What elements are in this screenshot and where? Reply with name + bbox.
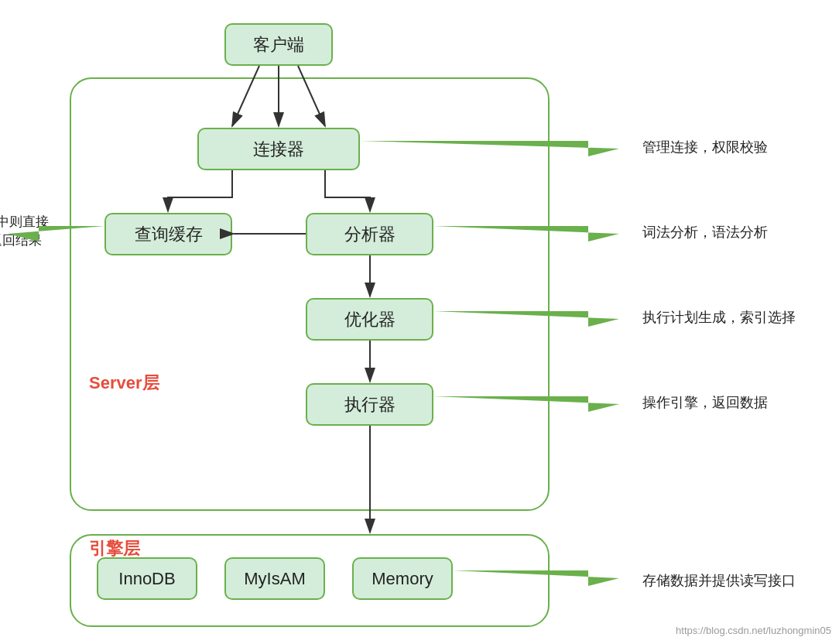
annotation-optimizer: 执行计划生成，索引选择 bbox=[642, 308, 796, 327]
node-myisam: MyIsAM bbox=[224, 557, 325, 600]
node-memory: Memory bbox=[352, 557, 453, 600]
node-analyzer: 分析器 bbox=[306, 213, 433, 255]
engine-layer-label: 引擎层 bbox=[89, 537, 140, 560]
annotation-executor: 操作引擎，返回数据 bbox=[642, 393, 768, 412]
diagram-container: 客户端 连接器 查询缓存 分析器 优化器 执行器 InnoDB MyIsAM M… bbox=[46, 15, 789, 627]
node-innodb: InnoDB bbox=[97, 557, 197, 600]
node-client: 客户端 bbox=[224, 23, 333, 66]
node-connector: 连接器 bbox=[197, 128, 360, 170]
watermark: https://blog.csdn.net/luzhongmin05 bbox=[676, 625, 831, 636]
node-optimizer: 优化器 bbox=[306, 298, 433, 341]
node-executor: 执行器 bbox=[306, 383, 433, 426]
node-query-cache: 查询缓存 bbox=[104, 213, 232, 255]
annotation-engine: 存储数据并提供读写接口 bbox=[642, 571, 796, 590]
annotation-cache-left: 命中则直接 返回结果 bbox=[0, 213, 54, 250]
annotation-analyzer: 词法分析，语法分析 bbox=[642, 223, 768, 242]
annotation-connector: 管理连接，权限校验 bbox=[642, 138, 768, 156]
server-layer-label: Server层 bbox=[89, 372, 159, 395]
